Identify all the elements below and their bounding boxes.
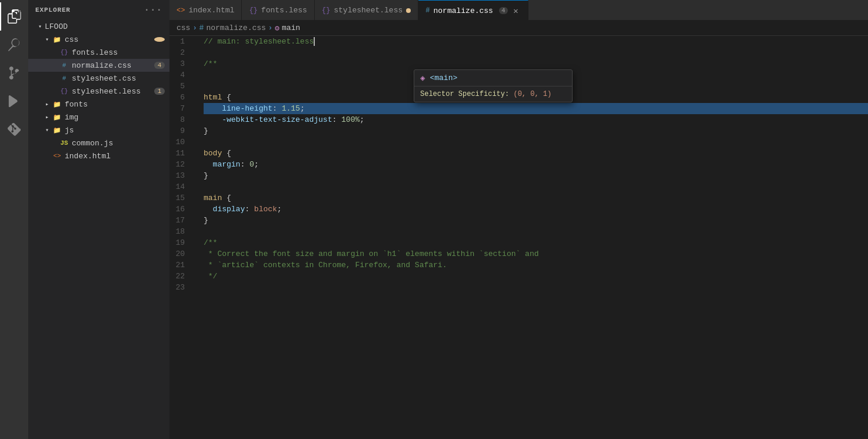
tab-index-html[interactable]: <> index.html <box>169 0 242 21</box>
code-line-11: body { <box>204 148 868 159</box>
sidebar-more-icon[interactable]: ··· <box>144 5 162 15</box>
code-line-9: } <box>204 125 868 137</box>
line-num-6: 6 <box>169 92 192 103</box>
code-line-15: main { <box>204 192 868 204</box>
token: 1.15 <box>282 103 300 114</box>
line-numbers: 1 2 3 4 5 6 7 8 9 10 11 12 13 14 15 16 1… <box>169 36 199 439</box>
token: html <box>204 92 222 103</box>
autocomplete-popup[interactable]: ◈ <main> Selector Specificity: (0, 0, 1) <box>414 69 573 102</box>
sidebar-item-fonts-folder[interactable]: ▸ 📁 fonts <box>28 98 169 111</box>
line-num-21: 21 <box>169 260 192 271</box>
token: 100% <box>341 114 360 125</box>
less-file-icon: {} <box>59 47 69 58</box>
code-lines: // main: stylesheet.less /** html <box>199 36 868 439</box>
autocomplete-item-main[interactable]: ◈ <main> <box>414 70 572 86</box>
code-line-21: * `article` contexts in Chrome, Firefox,… <box>204 260 868 271</box>
sidebar-label-index-html: index.html <box>65 152 111 161</box>
sidebar-item-js-folder[interactable]: ▾ 📁 js <box>28 124 169 137</box>
chevron-down-icon: ▾ <box>35 23 45 30</box>
line-num-13: 13 <box>169 170 192 181</box>
tab-less-icon-stylesheet: {} <box>322 6 330 15</box>
token: * Correct the font size and margin on `h… <box>204 248 539 260</box>
code-line-14 <box>204 181 868 192</box>
token: ; <box>300 103 305 114</box>
html-file-icon: <> <box>52 151 62 161</box>
folder-js-icon: 📁 <box>52 125 62 135</box>
less-file-icon-2: {} <box>59 86 69 97</box>
sidebar: EXPLORER ··· ▾ LFOOD ▾ 📁 css ▸ {} fonts.… <box>28 0 169 439</box>
folder-icon: 📁 <box>52 34 62 45</box>
line-num-3: 3 <box>169 58 192 69</box>
token: : <box>272 103 282 114</box>
breadcrumb-normalize[interactable]: normalize.css <box>206 24 265 32</box>
sidebar-item-normalize-css[interactable]: ▸ # normalize.css 4 <box>28 59 169 72</box>
line-num-22: 22 <box>169 271 192 282</box>
stylesheet-less-badge: 1 <box>154 88 165 95</box>
breadcrumb-gear-icon: ⚙ <box>275 24 280 33</box>
sidebar-label-stylesheet-less: stylesheet.less <box>72 87 141 96</box>
line-num-19: 19 <box>169 237 192 248</box>
breadcrumb-main[interactable]: main <box>282 24 300 32</box>
run-icon[interactable] <box>0 87 28 115</box>
sidebar-label-fonts-less: fonts.less <box>72 48 118 57</box>
token: } <box>204 125 208 137</box>
token <box>204 204 213 215</box>
tab-modified-dot <box>406 8 411 13</box>
tab-label-fonts: fonts.less <box>261 6 307 15</box>
code-line-19: /** <box>204 237 868 248</box>
token: */ <box>204 271 217 282</box>
line-num-10: 10 <box>169 137 192 148</box>
sidebar-label-normalize-css: normalize.css <box>72 61 131 70</box>
token: // main: stylesheet.less <box>204 36 314 47</box>
search-icon[interactable] <box>0 31 28 59</box>
line-num-2: 2 <box>169 47 192 58</box>
line-num-4: 4 <box>169 69 192 81</box>
sidebar-item-common-js[interactable]: ▸ JS common.js <box>28 137 169 149</box>
modified-dot <box>154 37 165 42</box>
token: } <box>204 170 208 181</box>
specificity-numbers: (0, 0, 1) <box>513 90 551 98</box>
sidebar-item-stylesheet-css[interactable]: ▸ # stylesheet.css <box>28 72 169 85</box>
tab-close-normalize[interactable]: ✕ <box>511 6 521 15</box>
line-num-9: 9 <box>169 125 192 137</box>
line-num-11: 11 <box>169 148 192 159</box>
tab-stylesheet-less[interactable]: {} stylesheet.less <box>315 0 418 21</box>
extensions-icon[interactable] <box>0 115 28 144</box>
token: ; <box>360 114 364 125</box>
code-line-16: display : block ; <box>204 204 868 215</box>
js-file-icon: JS <box>59 138 69 148</box>
folder-img-icon: 📁 <box>52 112 62 122</box>
sidebar-item-css-folder[interactable]: ▾ 📁 css <box>28 33 169 46</box>
line-num-20: 20 <box>169 248 192 260</box>
sidebar-item-fonts-less[interactable]: ▸ {} fonts.less <box>28 46 169 59</box>
token: 0 <box>250 159 254 170</box>
activity-bar <box>0 0 28 439</box>
code-line-8: -webkit-text-size-adjust : 100% ; <box>204 114 868 125</box>
sidebar-header: EXPLORER ··· <box>28 0 169 20</box>
code-line-10 <box>204 137 868 148</box>
main-area: <> index.html {} fonts.less {} styleshee… <box>169 0 868 439</box>
sidebar-title: EXPLORER <box>35 6 71 14</box>
tab-less-icon-fonts: {} <box>249 6 257 15</box>
token: block <box>254 204 277 215</box>
source-control-icon[interactable] <box>0 59 28 87</box>
token: { <box>222 148 231 159</box>
token: /** <box>204 58 217 69</box>
sidebar-item-root[interactable]: ▾ LFOOD <box>28 20 169 33</box>
files-icon[interactable] <box>0 2 28 31</box>
code-line-2 <box>204 47 868 58</box>
sidebar-item-stylesheet-less[interactable]: ▸ {} stylesheet.less 1 <box>28 85 169 98</box>
code-line-22: */ <box>204 271 868 282</box>
line-num-5: 5 <box>169 81 192 92</box>
tab-normalize-css[interactable]: # normalize.css 4 ✕ <box>418 0 528 21</box>
breadcrumb-css[interactable]: css <box>177 24 190 32</box>
sidebar-item-index-html[interactable]: ▸ <> index.html <box>28 149 169 162</box>
tab-fonts-less[interactable]: {} fonts.less <box>242 0 314 21</box>
chevron-down-icon: ▾ <box>42 36 52 43</box>
line-num-1: 1 <box>169 36 192 47</box>
line-num-16: 16 <box>169 204 192 215</box>
code-area[interactable]: 1 2 3 4 5 6 7 8 9 10 11 12 13 14 15 16 1… <box>169 36 868 439</box>
sidebar-item-img-folder[interactable]: ▸ 📁 img <box>28 111 169 124</box>
token: * `article` contexts in Chrome, Firefox,… <box>204 260 447 271</box>
autocomplete-selector-icon: ◈ <box>420 73 425 83</box>
